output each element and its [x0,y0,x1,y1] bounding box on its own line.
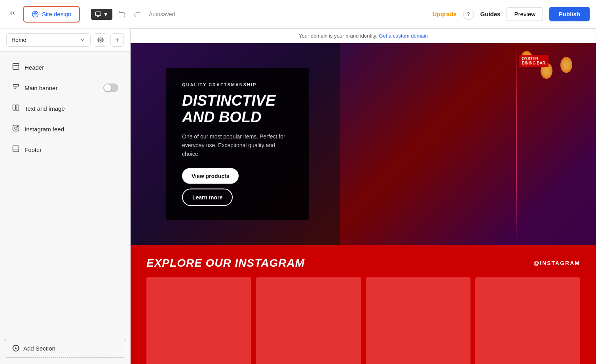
svg-rect-4 [96,12,101,15]
footer-section-label: Footer [25,146,118,153]
instagram-feed-section-icon [12,125,20,133]
gear-icon [97,37,104,43]
chevron-down-icon [80,37,85,43]
site-design-label: Site design [42,11,71,17]
sidebar-header-icons [94,33,124,47]
instagram-thumb-4[interactable] [475,277,580,364]
hero-content-box: QUALITY CRAFTSMANSHIP DISTINCTIVE AND BO… [166,68,309,220]
svg-rect-15 [13,146,19,152]
sidebar-item-header[interactable]: Header [4,57,126,77]
lantern-3 [560,57,572,73]
hero-section: OYSTERDINING BAR QUALITY CRAFTSMANSHIP D… [131,43,596,245]
toolbar-right: Upgrade ? Guides Preview Publish [433,7,590,21]
hero-title: DISTINCTIVE AND BOLD [182,93,293,126]
redo-button[interactable] [131,7,144,21]
help-button[interactable]: ? [463,9,474,20]
footer-section-icon [12,145,20,154]
domain-banner: Your domain is your brand identity. Get … [131,28,596,43]
preview-area[interactable]: Your domain is your brand identity. Get … [131,28,596,364]
page-settings-button[interactable] [94,33,107,47]
instagram-thumb-3[interactable] [366,277,471,364]
main-banner-toggle[interactable] [103,83,118,92]
toolbar: Site design ▼ Auto [0,0,596,28]
svg-rect-8 [13,64,19,70]
publish-button[interactable]: Publish [549,7,590,21]
header-section-label: Header [25,64,118,71]
preview-inner: Your domain is your brand identity. Get … [131,28,596,364]
main-banner-section-label: Main banner [25,85,99,91]
toolbar-left: Site design [6,6,80,23]
instagram-section-title: EXPLORE OUR INSTAGRAM [146,257,305,269]
svg-point-2 [35,12,36,13]
text-and-image-section-icon [12,104,20,113]
header-section-icon [12,63,20,72]
svg-rect-12 [13,125,19,131]
sidebar-item-text-and-image[interactable]: Text and image [4,99,126,118]
learn-more-button[interactable]: Learn more [182,188,233,206]
undo-icon [119,9,126,17]
redo-icon [134,9,141,17]
hero-glow-line [516,43,517,245]
svg-rect-10 [13,105,16,110]
page-label: Home [11,37,26,43]
instagram-grid [146,277,580,364]
palette-icon [32,11,39,18]
sidebar-item-main-banner[interactable]: Main banner [4,78,126,98]
svg-point-5 [100,39,101,41]
svg-point-3 [36,13,37,14]
svg-point-1 [34,13,34,14]
toggle-knob [104,84,111,91]
monitor-icon [95,11,101,17]
plus-circle-icon [12,345,19,352]
instagram-handle: @INSTAGRAM [534,260,580,266]
device-arrow: ▼ [103,11,108,17]
sidebar-item-footer[interactable]: Footer [4,140,126,159]
preview-button[interactable]: Preview [507,7,543,21]
device-selector[interactable]: ▼ [91,9,112,20]
svg-point-14 [17,126,18,127]
add-page-button[interactable] [110,33,124,47]
instagram-thumb-2[interactable] [256,277,361,364]
guides-button[interactable]: Guides [480,11,501,17]
undo-redo-group [116,7,144,21]
upgrade-link[interactable]: Upgrade [433,11,457,17]
instagram-section-header: EXPLORE OUR INSTAGRAM @INSTAGRAM [146,257,580,269]
sidebar-sections: Header Main banner [0,52,130,336]
hero-buttons: View products Learn more [182,168,293,206]
instagram-feed-section-label: Instagram feed [25,126,118,133]
get-custom-domain-link[interactable]: Get a custom domain [379,33,428,39]
add-section-button[interactable]: Add Section [4,339,126,358]
text-and-image-section-label: Text and image [25,105,118,112]
domain-banner-text: Your domain is your brand identity. [299,33,378,39]
hero-street-sign: OYSTERDINING BAR [519,55,549,67]
hero-description: One of our most popular items. Perfect f… [182,132,293,158]
plus-icon [114,37,120,43]
instagram-thumb-1[interactable] [146,277,251,364]
toolbar-mid: ▼ Autosaved [85,7,428,21]
view-products-button[interactable]: View products [182,168,239,184]
collapse-sidebar-button[interactable] [6,7,18,21]
sidebar-header: Home [0,28,130,52]
svg-rect-11 [16,105,19,110]
page-selector[interactable]: Home [6,33,91,47]
autosaved-status: Autosaved [149,11,175,17]
main-banner-section-icon [12,83,20,92]
undo-button[interactable] [116,7,129,21]
svg-point-13 [15,127,17,129]
site-design-button[interactable]: Site design [23,6,80,23]
instagram-section: EXPLORE OUR INSTAGRAM @INSTAGRAM [131,245,596,364]
sidebar: Home [0,28,131,364]
main-layout: Home [0,28,596,364]
hero-subtitle: QUALITY CRAFTSMANSHIP [182,82,293,87]
add-section-label: Add Section [23,345,55,352]
sidebar-item-instagram-feed[interactable]: Instagram feed [4,119,126,139]
